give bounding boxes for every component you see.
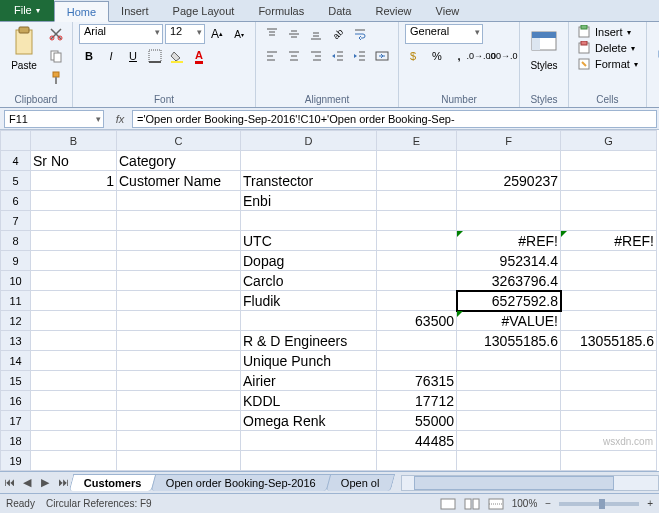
cell-E7[interactable] (377, 211, 457, 231)
italic-button[interactable]: I (101, 46, 121, 66)
column-header-E[interactable]: E (377, 131, 457, 151)
cell-E19[interactable] (377, 451, 457, 471)
cell-B8[interactable] (31, 231, 117, 251)
ribbon-tab-formulas[interactable]: Formulas (246, 1, 316, 21)
cell-C13[interactable] (117, 331, 241, 351)
row-header-19[interactable]: 19 (1, 451, 31, 471)
delete-cells-button[interactable]: Delete▾ (575, 40, 640, 56)
cell-D13[interactable]: R & D Engineers (241, 331, 377, 351)
row-header-14[interactable]: 14 (1, 351, 31, 371)
sheet-tab-0[interactable]: Customers (69, 474, 157, 491)
worksheet-grid[interactable]: BCDEFG4Sr NoCategory51Customer NameTrans… (0, 130, 659, 471)
sheet-nav-first[interactable]: ⏮ (0, 476, 18, 489)
cell-B19[interactable] (31, 451, 117, 471)
cell-C6[interactable] (117, 191, 241, 211)
cell-B14[interactable] (31, 351, 117, 371)
column-header-D[interactable]: D (241, 131, 377, 151)
insert-cells-button[interactable]: Insert▾ (575, 24, 640, 40)
cell-B17[interactable] (31, 411, 117, 431)
number-format-select[interactable]: General (405, 24, 483, 44)
cell-G11[interactable] (561, 291, 657, 311)
cell-F15[interactable] (457, 371, 561, 391)
sheet-tab-1[interactable]: Open order Booking-Sep-2016 (151, 474, 331, 491)
horizontal-scrollbar[interactable] (401, 475, 659, 491)
cell-F13[interactable]: 13055185.6 (457, 331, 561, 351)
cell-B9[interactable] (31, 251, 117, 271)
format-cells-button[interactable]: Format▾ (575, 56, 640, 72)
cell-D8[interactable]: UTC (241, 231, 377, 251)
cell-C10[interactable] (117, 271, 241, 291)
column-header-C[interactable]: C (117, 131, 241, 151)
cell-D11[interactable]: Fludik (241, 291, 377, 311)
cell-D6[interactable]: Enbi (241, 191, 377, 211)
column-header-B[interactable]: B (31, 131, 117, 151)
cell-B12[interactable] (31, 311, 117, 331)
underline-button[interactable]: U (123, 46, 143, 66)
align-bottom-button[interactable] (306, 24, 326, 44)
cell-D15[interactable]: Airier (241, 371, 377, 391)
zoom-slider[interactable] (559, 502, 639, 506)
cell-C4[interactable]: Category (117, 151, 241, 171)
align-top-button[interactable] (262, 24, 282, 44)
fill-button[interactable] (653, 46, 659, 66)
sheet-tab-2[interactable]: Open ol (326, 474, 395, 491)
cell-C5[interactable]: Customer Name (117, 171, 241, 191)
cell-F17[interactable] (457, 411, 561, 431)
cell-G7[interactable] (561, 211, 657, 231)
cell-G13[interactable]: 13055185.6 (561, 331, 657, 351)
cell-C14[interactable] (117, 351, 241, 371)
cell-E5[interactable] (377, 171, 457, 191)
cell-D16[interactable]: KDDL (241, 391, 377, 411)
ribbon-tab-page-layout[interactable]: Page Layout (161, 1, 247, 21)
cell-B4[interactable]: Sr No (31, 151, 117, 171)
cell-F5[interactable]: 2590237 (457, 171, 561, 191)
row-header-11[interactable]: 11 (1, 291, 31, 311)
cell-D18[interactable] (241, 431, 377, 451)
cell-E13[interactable] (377, 331, 457, 351)
row-header-15[interactable]: 15 (1, 371, 31, 391)
align-middle-button[interactable] (284, 24, 304, 44)
align-left-button[interactable] (262, 46, 282, 66)
autosum-button[interactable]: Σ (653, 24, 659, 44)
cell-E6[interactable] (377, 191, 457, 211)
cell-G18[interactable] (561, 431, 657, 451)
font-name-select[interactable]: Arial (79, 24, 163, 44)
zoom-level[interactable]: 100% (512, 498, 538, 509)
increase-font-button[interactable]: A▴ (207, 24, 227, 44)
cell-G5[interactable] (561, 171, 657, 191)
name-box[interactable]: F11 (4, 110, 104, 128)
wrap-text-button[interactable] (350, 24, 370, 44)
border-button[interactable] (145, 46, 165, 66)
percent-button[interactable]: % (427, 46, 447, 66)
cell-D12[interactable] (241, 311, 377, 331)
decrease-decimal-button[interactable]: .00→.0 (493, 46, 513, 66)
row-header-4[interactable]: 4 (1, 151, 31, 171)
font-color-button[interactable]: A (189, 46, 209, 66)
column-header-F[interactable]: F (457, 131, 561, 151)
cell-G10[interactable] (561, 271, 657, 291)
cell-G17[interactable] (561, 411, 657, 431)
cell-B18[interactable] (31, 431, 117, 451)
ribbon-tab-data[interactable]: Data (316, 1, 363, 21)
cell-G9[interactable] (561, 251, 657, 271)
cell-C16[interactable] (117, 391, 241, 411)
cell-E10[interactable] (377, 271, 457, 291)
cell-B15[interactable] (31, 371, 117, 391)
row-header-6[interactable]: 6 (1, 191, 31, 211)
cell-B11[interactable] (31, 291, 117, 311)
cell-F8[interactable]: #REF! (457, 231, 561, 251)
cell-E8[interactable] (377, 231, 457, 251)
orientation-button[interactable]: ab (328, 24, 348, 44)
cell-C7[interactable] (117, 211, 241, 231)
cell-C12[interactable] (117, 311, 241, 331)
row-header-12[interactable]: 12 (1, 311, 31, 331)
cell-G16[interactable] (561, 391, 657, 411)
cell-F16[interactable] (457, 391, 561, 411)
paste-button[interactable]: Paste (6, 24, 42, 73)
cell-C8[interactable] (117, 231, 241, 251)
cell-G19[interactable] (561, 451, 657, 471)
align-right-button[interactable] (306, 46, 326, 66)
row-header-9[interactable]: 9 (1, 251, 31, 271)
cell-E9[interactable] (377, 251, 457, 271)
cell-D4[interactable] (241, 151, 377, 171)
